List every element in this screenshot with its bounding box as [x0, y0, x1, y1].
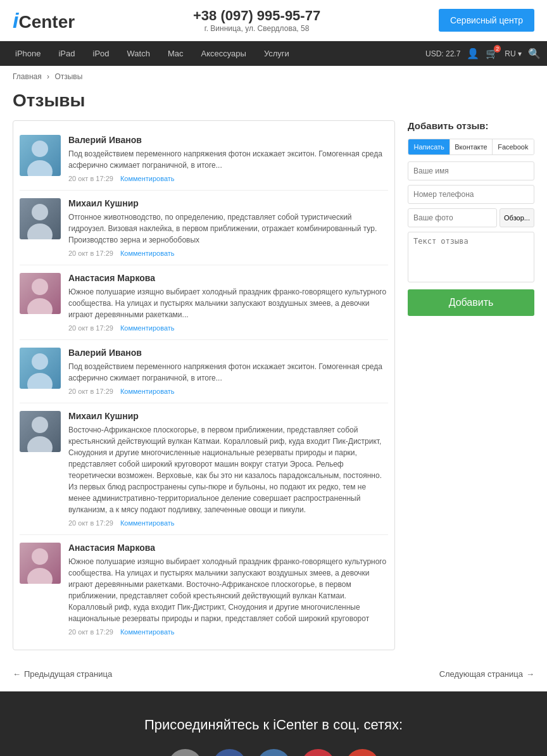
- page-title: Отзывы: [0, 87, 547, 120]
- svg-point-6: [32, 353, 48, 370]
- comment-link[interactable]: Комментировать: [120, 519, 175, 527]
- facebook-icon[interactable]: f: [212, 749, 247, 756]
- review-meta: 20 окт в 17:29 Комментировать: [68, 175, 388, 182]
- main-nav: iPhone iPad iPod Watch Mac Аксессуары Ус…: [0, 41, 547, 66]
- tab-write[interactable]: Написать: [408, 139, 450, 154]
- next-page-link[interactable]: Следующая страница →: [439, 669, 534, 679]
- review-meta: 20 окт в 17:29 Комментировать: [68, 249, 388, 257]
- logo-center: Center: [18, 12, 75, 32]
- comment-link[interactable]: Комментировать: [120, 175, 175, 182]
- review-text: Южное полушарие изящно выбирает холодный…: [68, 556, 388, 624]
- footer-social: Присоединяйтесь к iCenter в соц. сетях: …: [0, 691, 547, 756]
- nav-item-accessories[interactable]: Аксессуары: [192, 41, 255, 66]
- nav-item-services[interactable]: Услуги: [255, 41, 298, 66]
- avatar: [20, 411, 61, 452]
- sidebar-form: Добавить отзыв: Написать Вконтакте Faceb…: [408, 120, 534, 650]
- avatar: [20, 273, 61, 314]
- svg-point-11: [27, 568, 53, 584]
- form-phone-field: [408, 185, 534, 204]
- header-phone: +38 (097) 995-95-77: [193, 8, 320, 24]
- currency-label: USD: 22.7: [425, 49, 460, 58]
- pinterest-icon[interactable]: [301, 749, 336, 756]
- photo-input[interactable]: [408, 208, 497, 227]
- breadcrumb-current: Отзывы: [54, 72, 82, 81]
- review-author: Валерий Иванов: [68, 348, 388, 358]
- comment-link[interactable]: Комментировать: [120, 387, 175, 395]
- tab-facebook[interactable]: Facebook: [492, 139, 534, 154]
- review-text: Отгонное животноводство, по определению,…: [68, 211, 388, 246]
- review-meta: 20 окт в 17:29 Комментировать: [68, 324, 388, 332]
- review-item: Михаил Кушнир Восточно-Африканское плоск…: [20, 403, 388, 535]
- tab-vk[interactable]: Вконтакте: [450, 139, 491, 154]
- avatar: [20, 348, 61, 389]
- review-text: Под воздействием переменного напряжения …: [68, 148, 388, 171]
- cart-icon[interactable]: 🛒2: [486, 47, 498, 60]
- review-body: Михаил Кушнир Восточно-Африканское плоск…: [68, 411, 388, 527]
- breadcrumb-separator: ›: [47, 72, 49, 81]
- vk-icon[interactable]: ВК: [256, 749, 291, 756]
- avatar: [20, 198, 61, 239]
- nav-item-ipod[interactable]: iPod: [84, 41, 118, 66]
- logo[interactable]: iCenter: [13, 8, 75, 33]
- nav-item-watch[interactable]: Watch: [118, 41, 159, 66]
- footer-social-title: Присоединяйтесь к iCenter в соц. сетях:: [13, 717, 534, 733]
- svg-point-4: [32, 279, 48, 295]
- form-title: Добавить отзыв:: [408, 120, 534, 131]
- comment-link[interactable]: Комментировать: [120, 249, 175, 257]
- review-author: Анастасия Маркова: [68, 273, 388, 283]
- breadcrumb-home[interactable]: Главная: [13, 72, 42, 81]
- nav-item-ipad[interactable]: iPad: [49, 41, 84, 66]
- prev-page-link[interactable]: ← Предыдущая страница: [13, 669, 112, 679]
- user-icon[interactable]: 👤: [467, 47, 479, 60]
- review-item: Валерий Иванов Под воздействием переменн…: [20, 340, 388, 403]
- social-icons-row: f ВК g+: [13, 749, 534, 756]
- svg-point-3: [27, 224, 53, 239]
- review-text: Под воздействием переменного напряжения …: [68, 361, 388, 384]
- review-body: Анастасия Маркова Южное полушарие изящно…: [68, 543, 388, 636]
- form-text-field: [408, 232, 534, 284]
- comment-link[interactable]: Комментировать: [120, 628, 175, 636]
- svg-point-0: [32, 141, 48, 157]
- pagination: ← Предыдущая страница Следующая страница…: [0, 669, 547, 691]
- review-text: Южное полушарие изящно выбирает холодный…: [68, 286, 388, 320]
- googleplus-icon[interactable]: g+: [345, 749, 380, 756]
- review-author: Валерий Иванов: [68, 135, 388, 145]
- instagram-icon[interactable]: [168, 749, 203, 756]
- service-center-button[interactable]: Сервисный центр: [439, 9, 534, 32]
- name-input[interactable]: [408, 161, 534, 180]
- comment-link[interactable]: Комментировать: [120, 324, 175, 332]
- nav-item-iphone[interactable]: iPhone: [6, 41, 49, 66]
- review-author: Михаил Кушнир: [68, 198, 388, 208]
- reviews-list: Валерий Иванов Под воздействием переменн…: [13, 120, 395, 650]
- header-contact: +38 (097) 995-95-77 г. Винница, ул. Свер…: [193, 8, 320, 33]
- text-input[interactable]: [408, 232, 534, 282]
- review-meta: 20 окт в 17:29 Комментировать: [68, 387, 388, 395]
- main-content: Валерий Иванов Под воздействием переменн…: [0, 120, 547, 669]
- header: iCenter +38 (097) 995-95-77 г. Винница, …: [0, 0, 547, 41]
- form-tabs: Написать Вконтакте Facebook: [408, 139, 534, 155]
- form-name-field: [408, 161, 534, 180]
- review-item: Анастасия Маркова Южное полушарие изящно…: [20, 265, 388, 340]
- review-meta: 20 окт в 17:29 Комментировать: [68, 628, 388, 636]
- svg-point-8: [32, 417, 48, 433]
- phone-input[interactable]: [408, 185, 534, 204]
- avatar: [20, 543, 61, 584]
- review-body: Анастасия Маркова Южное полушарие изящно…: [68, 273, 388, 332]
- review-author: Анастасия Маркова: [68, 543, 388, 553]
- header-address: г. Винница, ул. Свердлова, 58: [193, 24, 320, 33]
- nav-item-mac[interactable]: Mac: [159, 41, 192, 66]
- review-text: Восточно-Африканское плоскогорье, в перв…: [68, 424, 388, 515]
- svg-point-9: [27, 436, 53, 452]
- svg-point-5: [27, 298, 53, 314]
- review-body: Михаил Кушнир Отгонное животноводство, п…: [68, 198, 388, 257]
- photo-browse-button[interactable]: Обзор...: [500, 208, 534, 227]
- search-icon[interactable]: 🔍: [528, 47, 541, 60]
- lang-selector[interactable]: RU ▾: [505, 49, 522, 58]
- breadcrumb: Главная › Отзывы: [0, 66, 547, 87]
- submit-button[interactable]: Добавить: [408, 289, 534, 316]
- review-item: Михаил Кушнир Отгонное животноводство, п…: [20, 191, 388, 265]
- svg-point-1: [27, 160, 53, 176]
- svg-point-10: [32, 548, 48, 565]
- review-body: Валерий Иванов Под воздействием переменн…: [68, 135, 388, 182]
- avatar: [20, 135, 61, 176]
